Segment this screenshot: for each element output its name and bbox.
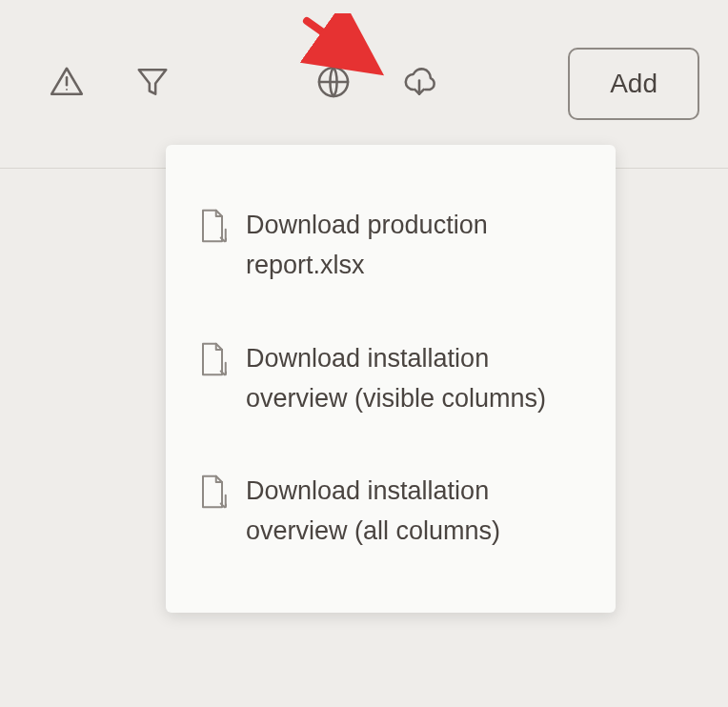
file-download-icon xyxy=(198,341,227,377)
download-cloud-icon xyxy=(401,64,437,104)
file-download-icon xyxy=(198,208,227,244)
dropdown-item-overview-visible[interactable]: Download installation overview (visible … xyxy=(166,313,616,446)
toolbar: Add xyxy=(0,0,728,169)
filter-icon-button[interactable] xyxy=(124,55,181,112)
download-dropdown: Download production report.xlsx Download… xyxy=(166,145,616,613)
globe-icon xyxy=(315,64,352,104)
warning-icon-button[interactable] xyxy=(38,55,95,112)
warning-triangle-icon xyxy=(49,64,85,104)
dropdown-item-production-report[interactable]: Download production report.xlsx xyxy=(166,179,616,313)
add-button[interactable]: Add xyxy=(568,48,699,120)
dropdown-item-label: Download installation overview (all colu… xyxy=(246,472,583,552)
file-download-icon xyxy=(198,474,227,510)
dropdown-item-label: Download installation overview (visible … xyxy=(246,339,583,419)
download-cloud-icon-button[interactable] xyxy=(391,55,448,112)
filter-funnel-icon xyxy=(134,64,171,104)
dropdown-item-overview-all[interactable]: Download installation overview (all colu… xyxy=(166,445,616,578)
svg-point-1 xyxy=(66,89,68,91)
dropdown-item-label: Download production report.xlsx xyxy=(246,206,583,286)
globe-icon-button[interactable] xyxy=(305,55,362,112)
